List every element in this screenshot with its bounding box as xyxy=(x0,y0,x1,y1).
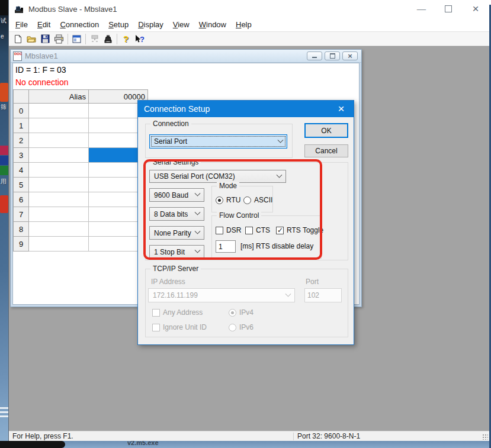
menu-item-edit[interactable]: Edit xyxy=(33,19,55,30)
rtu-radio[interactable]: RTU xyxy=(216,196,240,204)
ascii-radio[interactable]: ASCII xyxy=(243,196,272,204)
data-bits-value: 8 Data bits xyxy=(154,210,188,218)
stop-bits-combobox[interactable]: 1 Stop Bit xyxy=(149,245,204,259)
cts-checkbox[interactable]: CTS xyxy=(245,226,270,234)
table-row: 9 xyxy=(14,237,148,252)
row-header-4: 4 xyxy=(14,163,29,178)
alias-cell-8[interactable] xyxy=(29,222,89,237)
rts-toggle-checkbox[interactable]: RTS Toggle xyxy=(276,226,323,234)
app-icon xyxy=(14,5,24,14)
alias-cell-9[interactable] xyxy=(29,237,89,252)
row-header-5: 5 xyxy=(14,178,29,192)
desktop-icon-fragment xyxy=(0,166,8,175)
alias-cell-2[interactable] xyxy=(29,133,89,148)
tcpip-server-group-label: TCP/IP Server xyxy=(150,265,201,273)
disconnect-button[interactable] xyxy=(88,33,101,46)
resize-grip-icon[interactable] xyxy=(482,434,488,440)
column-header-Alias: Alias xyxy=(29,90,89,104)
menu-bar: FileEditConnectionSetupDisplayViewWindow… xyxy=(9,18,489,31)
row-header-6: 6 xyxy=(14,192,29,207)
alias-cell-3[interactable] xyxy=(29,148,89,163)
checkbox-unchecked-icon xyxy=(152,309,160,317)
radio-selected-icon xyxy=(229,309,236,317)
menu-item-setup[interactable]: Setup xyxy=(104,19,133,30)
context-help-icon: ? xyxy=(134,34,145,44)
ip-address-combobox: 172.16.11.199 xyxy=(148,288,295,302)
cancel-button[interactable]: Cancel xyxy=(304,144,348,157)
toolbar-separator xyxy=(85,34,86,44)
alias-cell-1[interactable] xyxy=(29,118,89,133)
help-button[interactable]: ? xyxy=(119,33,133,46)
rts-disable-delay-label-wrap: [ms] RTS disable delay xyxy=(240,242,313,250)
ip-address-label: IP Address xyxy=(151,278,185,286)
checkbox-unchecked-icon xyxy=(152,324,160,331)
desktop-icon-fragment xyxy=(0,195,8,213)
table-row: 1 xyxy=(14,118,148,133)
print-button[interactable] xyxy=(52,33,66,46)
menu-item-view[interactable]: View xyxy=(168,19,194,30)
context-help-button[interactable]: ? xyxy=(133,33,146,46)
alias-cell-7[interactable] xyxy=(29,207,89,222)
serial-port-combobox[interactable]: USB Serial Port (COM32) xyxy=(149,170,286,183)
display-settings-button[interactable] xyxy=(70,33,84,46)
table-row: 0 xyxy=(14,104,148,118)
alias-cell-0[interactable] xyxy=(29,104,89,118)
child-title-bar: DOC Mbslave1 xyxy=(11,50,361,63)
radio-unselected-icon xyxy=(243,196,251,204)
toolbar-separator xyxy=(117,34,117,44)
minimize-button[interactable] xyxy=(407,0,435,18)
dsr-checkbox[interactable]: DSR xyxy=(216,226,241,234)
open-file-button[interactable] xyxy=(25,33,38,46)
alias-cell-4[interactable] xyxy=(29,163,89,178)
alias-cell-5[interactable] xyxy=(29,178,89,192)
maximize-button[interactable] xyxy=(435,0,462,18)
baud-rate-combobox[interactable]: 9600 Baud xyxy=(149,188,204,202)
desktop-label-fragment: 用 xyxy=(1,178,7,186)
any-address-checkbox: Any Address xyxy=(152,308,203,317)
status-port-text: Port 32: 9600-8-N-1 xyxy=(297,432,360,440)
menu-item-display[interactable]: Display xyxy=(133,19,168,30)
connection-setup-dialog: Connection Setup Connection Serial Port … xyxy=(137,100,354,345)
parity-combobox[interactable]: None Parity xyxy=(149,226,204,240)
child-minimize-button[interactable] xyxy=(307,51,322,60)
menu-item-file[interactable]: File xyxy=(11,19,33,30)
ipv4-radio-label: IPv4 xyxy=(239,308,253,317)
row-header-2: 2 xyxy=(14,133,29,148)
desktop-icon-fragment xyxy=(0,146,8,155)
radio-selected-icon xyxy=(216,196,223,204)
child-close-button[interactable] xyxy=(342,51,358,60)
connection-group-label: Connection xyxy=(150,120,191,128)
window-title: Modbus Slave - Mbslave1 xyxy=(28,5,117,14)
stop-bits-value: 1 Stop Bit xyxy=(154,248,185,256)
radio-unselected-icon xyxy=(229,324,236,331)
ok-button[interactable]: OK xyxy=(304,123,348,138)
connect-button[interactable] xyxy=(101,33,115,46)
ipv6-radio: IPv6 xyxy=(229,323,253,331)
rts-disable-delay-input[interactable] xyxy=(216,240,236,253)
rts-disable-delay-label: [ms] RTS disable delay xyxy=(240,242,313,250)
alias-cell-6[interactable] xyxy=(29,192,89,207)
port-value: 102 xyxy=(307,291,319,299)
child-restore-button[interactable] xyxy=(325,51,340,60)
table-row: 3 xyxy=(14,148,148,163)
save-button[interactable] xyxy=(38,33,52,46)
dialog-title: Connection Setup xyxy=(144,104,210,114)
serial-settings-group-label: Serial Settings xyxy=(150,158,201,166)
menu-item-window[interactable]: Window xyxy=(194,19,231,30)
open-file-icon xyxy=(27,34,37,43)
flow-control-group-label: Flow Control xyxy=(217,211,261,220)
display-settings-icon xyxy=(72,35,81,43)
desktop-file-label: v2.m5.exe xyxy=(127,441,159,446)
desktop-label-fragment: e xyxy=(1,33,4,40)
serial-port-value: USB Serial Port (COM32) xyxy=(154,172,235,181)
desktop-icon-fragment xyxy=(0,441,65,448)
menu-item-help[interactable]: Help xyxy=(231,19,256,30)
dialog-close-button[interactable] xyxy=(329,101,354,117)
chevron-down-icon xyxy=(195,191,201,196)
close-button[interactable] xyxy=(462,0,489,18)
connection-type-combobox[interactable]: Serial Port xyxy=(149,134,287,149)
menu-item-connection[interactable]: Connection xyxy=(55,19,104,30)
new-file-button[interactable] xyxy=(11,33,25,46)
desktop-label-fragment: 筛 xyxy=(1,103,7,111)
data-bits-combobox[interactable]: 8 Data bits xyxy=(149,207,204,221)
